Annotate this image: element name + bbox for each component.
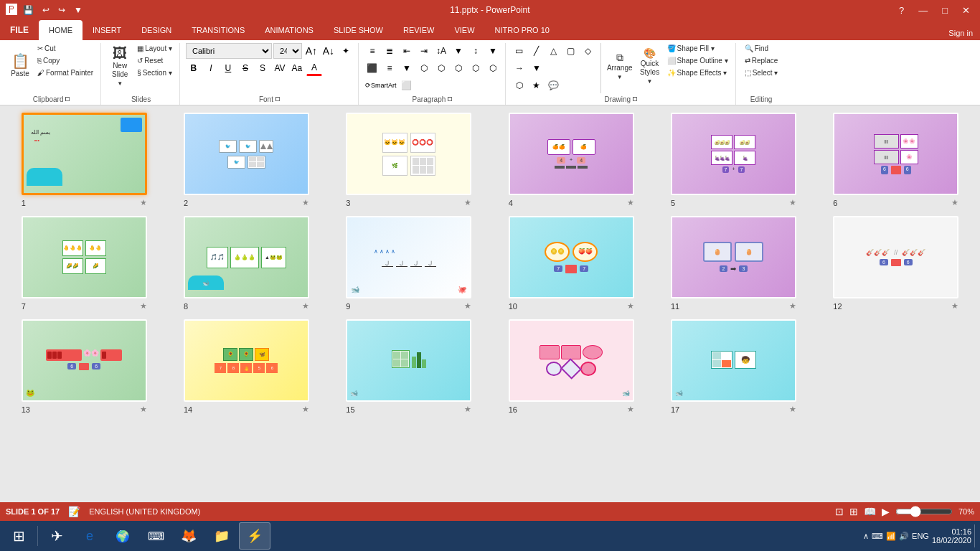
- increase-font-button[interactable]: A↑: [303, 43, 319, 59]
- star-shape[interactable]: ★: [529, 77, 545, 93]
- slide-star-17[interactable]: ★: [789, 405, 796, 414]
- slide-item-13[interactable]: 🌸🌸 6 6 🐸 13: [7, 319, 161, 414]
- triangle-shape[interactable]: △: [546, 43, 562, 59]
- slide-item-7[interactable]: 🤚🤚🤚 🤚🤚 🌽🌽 🌽 7 ★: [7, 216, 161, 311]
- slide-thumb-2[interactable]: 🐦 🐦 🐦: [184, 113, 309, 195]
- slide-item-10[interactable]: 🪙🪙 🍑🍑 7 7 10 ★: [494, 216, 648, 311]
- align-right-button[interactable]: ⬡: [451, 60, 466, 76]
- slide-star-6[interactable]: ★: [951, 198, 958, 207]
- tab-review[interactable]: REVIEW: [393, 20, 444, 40]
- system-tray-arrow[interactable]: ∧: [863, 532, 869, 541]
- slide-star-14[interactable]: ★: [302, 405, 309, 414]
- clear-format-button[interactable]: ✦: [338, 43, 354, 59]
- slide-item-8[interactable]: 🎵🎵 🍐🍐🍐 ▲🐸🐸 🐋 8 ★: [169, 216, 323, 311]
- tab-home[interactable]: HOME: [39, 20, 83, 40]
- slide-item-6[interactable]: |||| 🌸🌸 |||| 🌸 6 6: [819, 113, 973, 207]
- arrow-shape[interactable]: →: [512, 60, 527, 76]
- line-spacing-dropdown[interactable]: ▼: [485, 43, 501, 59]
- font-color-button[interactable]: A: [306, 60, 322, 76]
- tab-nitro[interactable]: NITRO PRO 10: [485, 20, 560, 40]
- slide-thumb-10[interactable]: 🪙🪙 🍑🍑 7 7: [509, 216, 634, 298]
- taskbar-keyboard[interactable]: ⌨: [140, 522, 171, 550]
- decrease-font-button[interactable]: A↓: [321, 43, 336, 59]
- callout-shape[interactable]: 💬: [546, 77, 562, 93]
- tab-view[interactable]: VIEW: [444, 20, 484, 40]
- shape-effects-button[interactable]: ✨ Shape Effects ▾: [664, 67, 731, 78]
- slide-thumb-16[interactable]: 🐋: [509, 319, 634, 402]
- new-slide-button[interactable]: 🖼 NewSlide ▼: [107, 43, 133, 89]
- language-indicator[interactable]: ENG: [912, 532, 929, 540]
- taskbar-telegram[interactable]: ✈: [41, 522, 72, 550]
- align-text-dropdown[interactable]: ▼: [399, 60, 415, 76]
- taskbar-app3[interactable]: 🌍: [107, 522, 138, 550]
- volume-icon[interactable]: 🔊: [899, 532, 909, 541]
- select-button[interactable]: ⬚ Select ▾: [742, 67, 781, 78]
- taskbar-clock[interactable]: 01:16 18/02/2020: [932, 527, 971, 545]
- slide-thumb-12[interactable]: 🎸🎸🎸 // 🎸🎸🎸 6 6: [833, 216, 958, 298]
- paste-button[interactable]: 📋 Paste: [7, 43, 33, 89]
- slide-star-11[interactable]: ★: [789, 301, 796, 311]
- minimize-button[interactable]: —: [914, 4, 932, 17]
- slide-thumb-17[interactable]: 🧒 🐋: [671, 319, 796, 402]
- decrease-indent-button[interactable]: ⇤: [399, 43, 415, 59]
- line-shape[interactable]: ╱: [529, 43, 545, 59]
- find-button[interactable]: 🔍 Find: [742, 43, 781, 54]
- slide-thumb-11[interactable]: 🥚 🥚 2 ➡ 3: [671, 216, 796, 298]
- shape-fill-button[interactable]: 🪣 Shape Fill ▾: [664, 43, 731, 54]
- rounded-rect-shape[interactable]: ▢: [563, 43, 579, 59]
- tab-file[interactable]: FILE: [0, 20, 39, 40]
- tab-insert[interactable]: INSERT: [83, 20, 131, 40]
- slide-star-7[interactable]: ★: [140, 301, 147, 311]
- slide-star-12[interactable]: ★: [951, 301, 958, 311]
- align-left-button[interactable]: ⬡: [416, 60, 432, 76]
- tab-slideshow[interactable]: SLIDE SHOW: [324, 20, 393, 40]
- align-justify-button[interactable]: ⬡: [468, 60, 484, 76]
- clipboard-label[interactable]: Clipboard ⧠: [33, 94, 71, 103]
- slide-star-8[interactable]: ★: [302, 301, 309, 311]
- paragraph-label[interactable]: Paragraph ⧠: [413, 94, 453, 103]
- slide-item-15[interactable]: 🐋 15 ★: [332, 319, 486, 414]
- slide-item-14[interactable]: 🌻 🌻 🦋 7 8 🤚 5 6 14: [169, 319, 323, 414]
- slide-item-11[interactable]: 🥚 🥚 2 ➡ 3 11 ★: [656, 216, 810, 311]
- bold-button[interactable]: B: [186, 60, 202, 76]
- slide-item-1[interactable]: بسم الله ••• 1 ★: [7, 113, 161, 207]
- notes-icon[interactable]: 📝: [68, 506, 80, 517]
- align-text-button[interactable]: ≡: [382, 60, 397, 76]
- taskbar-ie[interactable]: e: [74, 522, 105, 550]
- slide-thumb-8[interactable]: 🎵🎵 🍐🍐🍐 ▲🐸🐸 🐋: [184, 216, 309, 298]
- slide-item-4[interactable]: 🍊🍊 🍊 4 + 4: [494, 113, 648, 207]
- slide-star-1[interactable]: ★: [140, 198, 147, 207]
- increase-indent-button[interactable]: ⇥: [416, 43, 432, 59]
- close-button[interactable]: ✕: [958, 4, 974, 17]
- smartart-button[interactable]: ⟳SmartArt: [364, 77, 397, 93]
- strikethrough-button[interactable]: S: [237, 60, 253, 76]
- slide-item-9[interactable]: ∧ ∧ ∧ ∧ ل ل ل ل 🐙 🐋 9 ★: [332, 216, 486, 311]
- slide-item-2[interactable]: 🐦 🐦 🐦: [169, 113, 323, 207]
- slide-thumb-9[interactable]: ∧ ∧ ∧ ∧ ل ل ل ل 🐙 🐋: [346, 216, 471, 298]
- slide-thumb-3[interactable]: 🐱🐱🐱 ⭕⭕⭕ 🌿: [346, 113, 471, 195]
- text-direction-v-button[interactable]: ⬛: [364, 60, 380, 76]
- slide-sorter-icon[interactable]: ⊞: [849, 506, 858, 517]
- line-spacing-button[interactable]: ↕: [468, 43, 484, 59]
- columns-button[interactable]: ⬜: [398, 77, 414, 93]
- slide-thumb-13[interactable]: 🌸🌸 6 6 🐸: [22, 319, 147, 402]
- section-button[interactable]: § Section ▾: [134, 67, 175, 78]
- shape-outline-button[interactable]: ⬜ Shape Outline ▾: [664, 55, 731, 66]
- text-shadow-button[interactable]: S: [255, 60, 270, 76]
- flowchart-shape[interactable]: ⬡: [512, 77, 527, 93]
- slide-item-16[interactable]: 🐋 16 ★: [494, 319, 648, 414]
- taskbar-explorer[interactable]: 📁: [206, 522, 237, 550]
- slide-thumb-1[interactable]: بسم الله •••: [22, 113, 147, 195]
- sign-in-button[interactable]: Sign in: [941, 26, 980, 40]
- taskbar-firefox[interactable]: 🦊: [173, 522, 204, 550]
- tab-transitions[interactable]: TRANSITIONS: [182, 20, 255, 40]
- slideshow-view-icon[interactable]: ▶: [882, 506, 890, 517]
- network-icon[interactable]: 📶: [886, 532, 896, 541]
- font-name-select[interactable]: Calibri: [186, 43, 272, 59]
- slide-star-9[interactable]: ★: [464, 301, 471, 311]
- help-button[interactable]: ?: [895, 4, 908, 17]
- tab-animations[interactable]: ANIMATIONS: [255, 20, 324, 40]
- drawing-label[interactable]: Drawing ⧠: [604, 94, 638, 103]
- numbering-button[interactable]: ≣: [382, 43, 397, 59]
- cut-button[interactable]: ✂ Cut: [34, 43, 96, 54]
